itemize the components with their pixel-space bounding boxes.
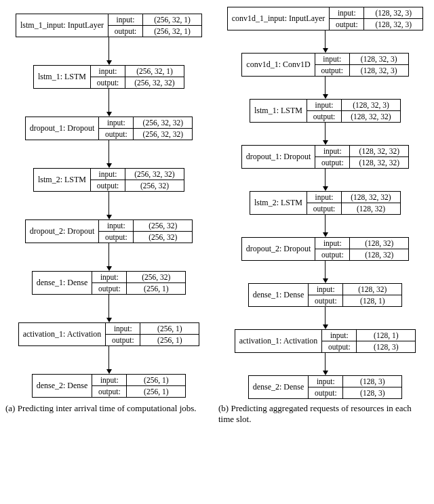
arrow-icon (106, 89, 112, 117)
layer-block: activation_1: Activation input:(256, 1) … (18, 322, 200, 346)
layer-name: dense_2: Dense (33, 375, 93, 397)
layer-block: conv1d_1_input: InputLayer input:(128, 3… (227, 7, 424, 30)
layer-block: dropout_1: Dropout input:(256, 32, 32) o… (25, 117, 193, 140)
layer-block: lstm_1: LSTM input:(128, 32, 3) output:(… (250, 99, 401, 123)
layer-name: dense_1: Dense (33, 272, 93, 294)
layer-name: lstm_2: LSTM (34, 169, 91, 191)
caption-a: (a) Predicting inter arrival time of com… (4, 399, 217, 425)
layer-name: activation_1: Activation (19, 323, 106, 345)
arrow-icon (323, 77, 328, 99)
arrow-icon (323, 261, 328, 283)
layer-block: activation_1: Activation input:(128, 1) … (235, 329, 416, 353)
layer-block: dense_1: Dense input:(128, 32) output:(1… (248, 283, 403, 307)
diagram-a: lstm_1_input: InputLayer input:(256, 32,… (4, 7, 214, 399)
diagram-b: conv1d_1_input: InputLayer input:(128, 3… (220, 7, 430, 399)
layer-block: lstm_2: LSTM input:(256, 32, 32) output:… (33, 168, 184, 192)
layer-name: lstm_1_input: InputLayer (16, 14, 108, 37)
io-label-input: input: (108, 14, 143, 25)
layer-name: conv1d_1: Conv1D (242, 54, 315, 76)
captions: (a) Predicting inter arrival time of com… (4, 399, 430, 425)
layer-block: dense_2: Dense input:(256, 1) output:(25… (32, 374, 186, 398)
layer-block: lstm_1: LSTM input:(256, 32, 1) output:(… (33, 65, 184, 89)
layer-block: lstm_2: LSTM input:(128, 32, 32) output:… (250, 191, 401, 215)
layer-block: dense_1: Dense input:(256, 32) output:(2… (32, 271, 186, 295)
arrow-icon (323, 353, 328, 375)
arrow-icon (323, 30, 328, 53)
layer-name: dropout_1: Dropout (26, 117, 100, 140)
layer-block: dropout_2: Dropout input:(128, 32) outpu… (241, 237, 410, 261)
arrow-icon (106, 346, 112, 374)
layer-block: dropout_2: Dropout input:(256, 32) outpu… (25, 219, 193, 243)
layer-name: activation_1: Activation (235, 330, 323, 352)
layer-name: dense_1: Dense (249, 284, 309, 306)
layer-block: lstm_1_input: InputLayer input:(256, 32,… (16, 14, 202, 37)
io-value-output: (256, 32, 1) (143, 26, 201, 37)
layer-block: conv1d_1: Conv1D input:(128, 32, 3) outp… (241, 53, 408, 77)
layer-name: lstm_2: LSTM (250, 192, 307, 214)
arrow-icon (323, 123, 328, 145)
arrow-icon (106, 37, 112, 65)
layer-name: lstm_1: LSTM (34, 66, 91, 88)
arrow-icon (106, 295, 112, 322)
arrow-icon (106, 140, 112, 168)
io-label-output: output: (108, 26, 143, 37)
arrow-icon (323, 215, 328, 237)
layer-name: lstm_1: LSTM (250, 100, 307, 122)
io-value-input: (256, 32, 1) (143, 14, 201, 25)
layer-name: conv1d_1_input: InputLayer (228, 7, 330, 30)
layer-name: dense_2: Dense (249, 376, 309, 398)
layer-block: dense_2: Dense input:(128, 3) output:(12… (248, 375, 403, 399)
diagram-columns: lstm_1_input: InputLayer input:(256, 32,… (4, 7, 430, 399)
arrow-icon (106, 192, 112, 219)
arrow-icon (323, 307, 328, 329)
caption-b: (b) Predicting aggregated requests of re… (217, 399, 430, 425)
layer-name: dropout_1: Dropout (242, 146, 316, 168)
layer-name: dropout_2: Dropout (242, 238, 316, 260)
arrow-icon (323, 169, 328, 191)
layer-block: dropout_1: Dropout input:(128, 32, 32) o… (241, 145, 410, 169)
arrow-icon (106, 243, 112, 271)
layer-name: dropout_2: Dropout (26, 220, 100, 243)
